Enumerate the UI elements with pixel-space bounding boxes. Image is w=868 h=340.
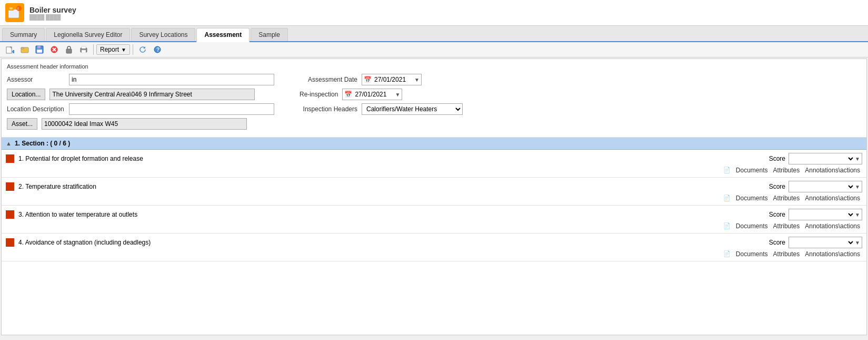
location-input[interactable] xyxy=(49,89,255,100)
item-2-row: 2. Temperature stratification Score ▼ xyxy=(6,181,862,192)
toolbar-separator xyxy=(93,44,94,55)
asset-input[interactable] xyxy=(42,118,247,130)
section-header[interactable]: ▲ 1. Section : ( 0 / 6 ) xyxy=(2,138,866,150)
item-1-score-select[interactable] xyxy=(789,153,855,164)
item-2-doc-icon: 📄 xyxy=(723,195,731,202)
item-2-score-select[interactable] xyxy=(789,181,855,192)
item-3-score-select[interactable] xyxy=(789,209,855,220)
app-icon: ! xyxy=(5,3,24,22)
refresh-button[interactable] xyxy=(136,44,149,55)
item-1-doc-icon: 📄 xyxy=(723,167,731,174)
save-button[interactable] xyxy=(33,44,46,55)
location-desc-input[interactable] xyxy=(69,103,274,115)
assessor-row: Assessor Assessment Date 📅 ▼ xyxy=(7,74,861,85)
svg-rect-19 xyxy=(66,49,72,53)
inspection-headers-dropdown-wrap: Calorifiers/Water Heaters Cooling Towers… xyxy=(362,103,463,115)
assessment-date-group: Assessment Date 📅 ▼ xyxy=(289,74,422,85)
title-bar: ! Boiler survey ████ ████ xyxy=(0,0,868,26)
section-label: 1. Section : ( 0 / 6 ) xyxy=(15,140,70,147)
item-1-documents-link[interactable]: Documents xyxy=(736,167,768,174)
item-3-attributes-link[interactable]: Attributes xyxy=(773,222,800,230)
item-3-annotations-link[interactable]: Annotations\actions xyxy=(805,222,860,230)
item-3-row: 3. Attention to water temperature at out… xyxy=(6,209,862,220)
item-4-score-select[interactable] xyxy=(789,237,855,248)
tab-summary[interactable]: Summary xyxy=(2,28,45,41)
tab-assessment[interactable]: Assessment xyxy=(196,28,250,42)
item-1-score-dropdown-wrap: ▼ xyxy=(789,153,862,164)
lock-button[interactable] xyxy=(62,44,76,55)
report-chevron-icon: ▼ xyxy=(121,47,126,53)
item-4-text: 4. Avoidance of stagnation (including de… xyxy=(18,239,151,246)
item-3-documents-link[interactable]: Documents xyxy=(736,222,768,230)
location-button[interactable]: Location... xyxy=(7,89,45,100)
open-button[interactable] xyxy=(18,44,32,55)
assessment-date-input-wrap: 📅 ▼ xyxy=(362,74,422,85)
reinspection-date-input[interactable] xyxy=(354,91,393,98)
item-1-score-group: Score ▼ xyxy=(769,153,862,164)
item-1-annotations-link[interactable]: Annotations\actions xyxy=(805,167,860,174)
asset-button[interactable]: Asset... xyxy=(7,118,37,130)
item-3-score-label: Score xyxy=(769,211,785,218)
tabs-bar: Summary Legionella Survey Editor Survey … xyxy=(0,26,868,42)
inspection-headers-select[interactable]: Calorifiers/Water Heaters Cooling Towers… xyxy=(362,104,462,114)
item-2-score-dropdown-wrap: ▼ xyxy=(789,181,862,192)
item-1-color-block xyxy=(6,154,14,163)
tab-legionella[interactable]: Legionella Survey Editor xyxy=(46,28,130,41)
svg-text:!: ! xyxy=(17,7,18,11)
item-3-links: 📄 Documents Attributes Annotations\actio… xyxy=(6,222,862,230)
title-text: Boiler survey ████ ████ xyxy=(29,6,76,20)
print-button[interactable] xyxy=(77,44,91,55)
svg-rect-15 xyxy=(37,50,42,53)
item-3-text: 3. Attention to water temperature at out… xyxy=(18,211,137,218)
collapse-icon: ▲ xyxy=(6,140,12,147)
item-4-color-block xyxy=(6,238,14,247)
reinspection-group: Re-inspection 📅 ▼ xyxy=(270,89,402,100)
help-button[interactable]: ? xyxy=(151,44,164,55)
inspection-headers-group: Inspection Headers Calorifiers/Water Hea… xyxy=(289,103,463,115)
main-content: Assessment header information Assessor A… xyxy=(1,59,867,335)
location-desc-row: Location Description Inspection Headers … xyxy=(7,103,861,115)
item-3-score-dropdown-wrap: ▼ xyxy=(789,209,862,220)
item-2-annotations-link[interactable]: Annotations\actions xyxy=(805,195,860,202)
inspection-headers-label: Inspection Headers xyxy=(289,105,357,113)
assessor-label: Assessor xyxy=(7,76,65,83)
item-4-score-dropdown-wrap: ▼ xyxy=(789,237,862,248)
location-desc-label: Location Description xyxy=(7,105,65,113)
reinspection-chevron-icon[interactable]: ▼ xyxy=(393,92,402,98)
new-button[interactable] xyxy=(3,44,17,55)
cancel-button[interactable] xyxy=(47,44,61,55)
svg-rect-21 xyxy=(82,50,86,53)
item-4-documents-link[interactable]: Documents xyxy=(736,250,768,258)
assessment-date-input[interactable] xyxy=(373,76,413,83)
svg-rect-3 xyxy=(9,7,13,9)
item-1-links: 📄 Documents Attributes Annotations\actio… xyxy=(6,167,862,174)
location-row: Location... Re-inspection 📅 ▼ xyxy=(7,89,861,100)
item-4-attributes-link[interactable]: Attributes xyxy=(773,250,800,258)
svg-rect-22 xyxy=(82,46,86,48)
assessor-input[interactable] xyxy=(69,74,274,85)
date-chevron-icon[interactable]: ▼ xyxy=(413,77,421,83)
item-4-links: 📄 Documents Attributes Annotations\actio… xyxy=(6,250,862,258)
svg-rect-12 xyxy=(21,47,24,49)
reinspection-date-wrap: 📅 ▼ xyxy=(342,89,402,100)
toolbar: Report ▼ ? xyxy=(0,42,868,57)
item-4-row: 4. Avoidance of stagnation (including de… xyxy=(6,237,862,248)
app-subtitle: ████ ████ xyxy=(29,14,76,20)
assessment-item-2: 2. Temperature stratification Score ▼ 📄 … xyxy=(2,178,866,206)
item-1-row: 1. Potential for droplet formation and r… xyxy=(6,153,862,164)
item-2-attributes-link[interactable]: Attributes xyxy=(773,195,800,202)
item-4-annotations-link[interactable]: Annotations\actions xyxy=(805,250,860,258)
reinspection-cal-icon[interactable]: 📅 xyxy=(343,91,354,98)
item-1-attributes-link[interactable]: Attributes xyxy=(773,167,800,174)
item-4-doc-icon: 📄 xyxy=(723,250,731,258)
item-4-score-group: Score ▼ xyxy=(769,237,862,248)
report-button[interactable]: Report ▼ xyxy=(96,44,130,55)
item-2-documents-link[interactable]: Documents xyxy=(736,195,768,202)
app-title: Boiler survey xyxy=(29,6,76,14)
calendar-icon[interactable]: 📅 xyxy=(362,76,373,83)
tab-sample[interactable]: Sample xyxy=(251,28,288,41)
tab-survey-locations[interactable]: Survey Locations xyxy=(131,28,195,41)
assessment-item-3: 3. Attention to water temperature at out… xyxy=(2,206,866,234)
header-info-section: Assessment header information Assessor A… xyxy=(2,59,866,138)
svg-rect-14 xyxy=(37,46,41,48)
